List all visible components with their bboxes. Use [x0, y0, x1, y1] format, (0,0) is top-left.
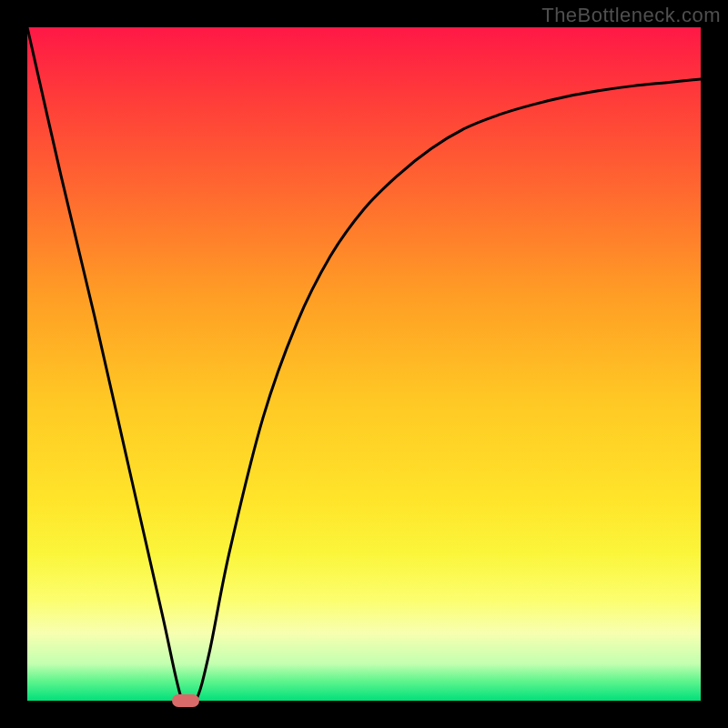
- watermark-label: TheBottleneck.com: [541, 4, 721, 27]
- optimal-point-marker: [172, 694, 199, 707]
- chart-frame: TheBottleneck.com: [0, 0, 728, 728]
- curve-svg: [27, 27, 701, 701]
- bottleneck-curve: [27, 27, 701, 709]
